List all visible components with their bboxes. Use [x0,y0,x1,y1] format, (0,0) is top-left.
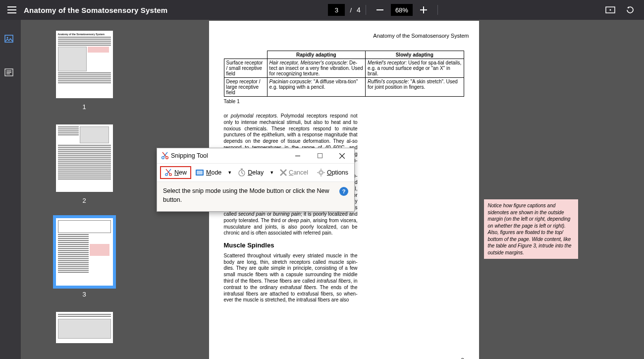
cancel-icon [280,169,287,176]
svg-rect-13 [197,171,203,175]
snip-titlebar[interactable]: Snipping Tool [157,148,354,163]
thumbnails-tab[interactable] [4,35,16,47]
scissors-icon [161,152,169,160]
zoom-value[interactable]: 68% [391,4,413,16]
svg-rect-20 [317,172,319,173]
svg-point-11 [169,174,171,176]
gear-icon [317,169,325,177]
running-head: Anatomy of the Somatosensory System [224,33,469,39]
svg-point-17 [320,172,322,174]
side-rail [0,20,21,359]
thumbnail-label: 2 [82,197,86,204]
rotate-button[interactable] [621,1,639,19]
delay-button[interactable]: Delay [235,167,267,178]
clock-icon [238,169,246,177]
plus-icon [420,6,427,13]
help-button[interactable]: ? [339,187,348,196]
svg-point-7 [166,157,168,159]
hamburger-icon [7,6,16,13]
svg-point-6 [162,157,164,159]
thumbnail-3[interactable] [56,218,113,286]
svg-rect-21 [323,172,325,173]
thumbnail-label: 1 [82,103,86,111]
thumbnail-panel: Anatomy of the Somatosensory System 1 2 … [21,20,148,359]
fit-page-button[interactable] [601,1,619,19]
options-button[interactable]: Options [314,167,351,178]
minus-icon [376,9,383,10]
image-icon [4,35,13,43]
new-button[interactable]: New [160,166,191,179]
close-button[interactable] [331,149,353,163]
page-total: 4 [357,6,361,14]
outline-icon [4,68,13,76]
page-number-input[interactable] [328,4,345,16]
mode-icon [195,169,204,176]
snipping-tool-window: Snipping Tool New Mode ▼ Delay ▼ Cancel … [157,148,355,212]
zoom-in-button[interactable] [415,1,432,19]
minimize-button[interactable] [286,149,309,163]
maximize-icon [318,153,322,158]
sidenote: Notice how figure captions and sidenotes… [484,199,578,259]
document-title: Anatomy of the Somatosensory System [24,6,167,14]
mode-button[interactable]: Mode [192,168,224,178]
minimize-icon [295,156,300,156]
thumbnail-1[interactable]: Anatomy of the Somatosensory System [56,31,113,98]
table-row: Surface receptor / small receptive field… [224,59,464,78]
svg-rect-19 [321,175,322,177]
cancel-button: Cancel [277,168,311,178]
snip-toolbar: New Mode ▼ Delay ▼ Cancel Options [157,163,354,182]
mode-dropdown[interactable]: ▼ [225,170,234,175]
svg-rect-8 [295,156,300,156]
toolbar: Anatomy of the Somatosensory System / 4 … [0,0,644,20]
table-row: Deep receptor / large receptive field Pa… [224,78,464,97]
maximize-button[interactable] [309,149,331,163]
svg-rect-9 [318,154,322,158]
delay-dropdown[interactable]: ▼ [268,170,276,175]
svg-point-2 [609,9,611,11]
receptor-table: Rapidly adapting Slowly adapting Surface… [224,51,464,97]
thumbnail-label: 3 [82,291,86,298]
table-caption: Table 1 [224,99,464,104]
outline-tab[interactable] [4,68,16,80]
svg-point-4 [7,37,8,39]
page-number: 3 [461,357,464,359]
thumbnail-2[interactable] [56,124,113,192]
svg-rect-18 [321,169,322,170]
rotate-icon [626,5,635,14]
snip-hint: Select the snip mode using the Mode butt… [157,182,354,211]
svg-rect-15 [241,169,243,170]
section-heading: Muscle Spindles [224,241,358,250]
zoom-out-button[interactable] [371,1,389,19]
svg-point-10 [165,174,167,176]
thumbnail-4[interactable] [56,312,113,343]
snip-title: Snipping Tool [171,152,208,159]
menu-button[interactable] [3,1,21,19]
fit-icon [605,6,615,13]
svg-rect-0 [376,9,383,10]
scissors-icon [164,169,172,177]
close-icon [339,153,345,159]
